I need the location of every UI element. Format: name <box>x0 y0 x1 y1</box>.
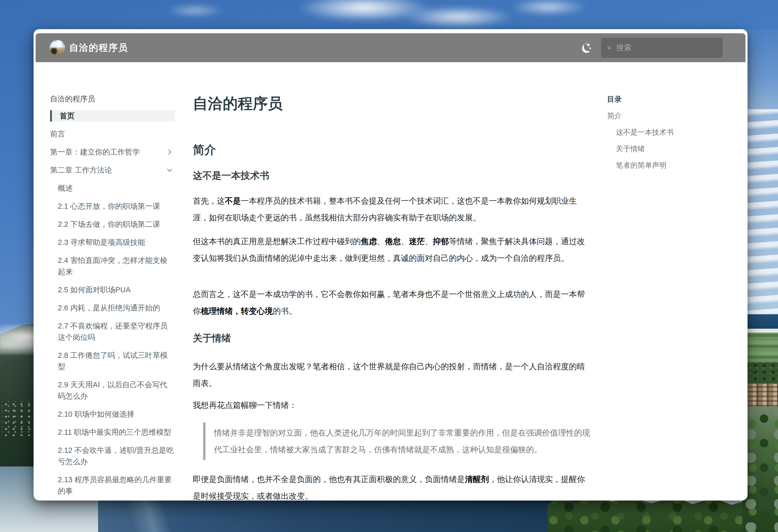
bold-text-run: 梳理情绪，转变心境 <box>201 306 273 316</box>
sidebar-item-2-13[interactable]: 2.13 程序员容易最忽略的几件重要的事 <box>58 474 174 497</box>
sidebar-item-label: 2.1 心态开放，你的职场第一课 <box>58 202 160 210</box>
subsection-heading-not-a-tech-book: 这不是一本技术书 <box>193 170 269 182</box>
paragraph: 首先，这不是一本程序员的技术书籍，整本书不会提及任何一个技术词汇，这也不是一本教… <box>193 192 586 226</box>
browser-window: 自洽的程序员 自洽的程序员 首页 前 <box>33 29 748 501</box>
table-of-contents: 目录 简介 这不是一本技术书 关于情绪 笔者的简单声明 <box>607 94 721 176</box>
sidebar-item-label: 2.9 天天用AI，以后自己不会写代码怎么办 <box>58 380 167 400</box>
sidebar-item-2-2[interactable]: 2.2 下场去做，你的职场第二课 <box>58 218 174 230</box>
bold-text-run: 焦虑 <box>361 237 377 246</box>
toc-item-about-emotion[interactable]: 关于情绪 <box>616 144 721 154</box>
chevron-down-icon <box>166 167 173 173</box>
blockquote: 情绪并非是理智的对立面，他在人类进化几万年的时间里起到了非常重要的作用，但是在强… <box>203 422 596 460</box>
search-input[interactable] <box>616 43 716 53</box>
bold-text-run: 倦怠 <box>385 237 401 246</box>
paragraph: 即便是负面情绪，也并不全是负面的，他也有其正面积极的意义，负面情绪是清醒剂，他让… <box>193 471 586 501</box>
sidebar-item-2-12[interactable]: 2.12 不会吹牛逼，述职/晋升总是吃亏怎么办 <box>58 445 174 467</box>
page-title: 自洽的程序员 <box>193 94 283 112</box>
sidebar-section-title: 自洽的程序员 <box>50 93 175 104</box>
search-box[interactable] <box>601 38 723 58</box>
text-run: 、 <box>401 237 409 246</box>
sidebar-item-label: 2.4 害怕直面冲突，怎样才能支棱起来 <box>58 256 167 276</box>
wallpaper-sky <box>743 29 778 109</box>
desktop-wallpaper: 自洽的程序员 自洽的程序员 首页 前 <box>0 0 778 532</box>
sidebar-item-2-6[interactable]: 2.6 内耗，是从拒绝沟通开始的 <box>58 302 174 314</box>
toc-title: 目录 <box>607 94 721 104</box>
sidebar-item-2-7[interactable]: 2.7 不喜欢编程，还要坚守程序员这个岗位吗 <box>58 320 174 343</box>
sidebar-item-chapter2[interactable]: 第二章 工作方法论 <box>50 164 175 176</box>
wallpaper-cloud-streaks <box>743 109 778 314</box>
sidebar-item-label: 2.6 内耗，是从拒绝沟通开始的 <box>58 304 160 312</box>
wallpaper-cloud <box>403 6 514 28</box>
wallpaper-distant-lake <box>743 314 778 329</box>
article-content: 自洽的程序员 简介 这不是一本技术书 首先，这不是一本程序员的技术书籍，整本书不… <box>193 29 586 501</box>
text-run: 首先，这 <box>193 196 225 205</box>
text-run: 的书。 <box>273 306 297 316</box>
sidebar-item-home[interactable]: 首页 <box>50 110 175 121</box>
paragraph: 为什么要从情绪这个角度出发呢？笔者相信，这个世界就是你自己内心的投射，而情绪，是… <box>193 358 586 392</box>
section-heading-intro: 简介 <box>193 143 216 157</box>
site-avatar[interactable] <box>50 40 65 56</box>
toc-item-not-a-tech-book[interactable]: 这不是一本技术书 <box>616 127 721 138</box>
sidebar-item-2-1[interactable]: 2.1 心态开放，你的职场第一课 <box>58 200 174 212</box>
wallpaper-scrub <box>743 362 778 384</box>
bold-text-run: 迷茫 <box>409 237 425 246</box>
sidebar: 自洽的程序员 首页 前言 第一章：建立你的工作哲学 第二章 工作方法论 概述 <box>50 93 175 501</box>
bold-text-run: 清醒剂 <box>465 475 489 484</box>
wallpaper-cloud <box>165 4 225 17</box>
wallpaper-forest-right <box>743 406 778 532</box>
text-run: 一本程序员的技术书籍，整本书不会提及任何一个技术词汇，这也不是一本教你如何规划职… <box>193 196 577 222</box>
sidebar-item-label: 2.8 工作倦怠了吗，试试三叶草模型 <box>58 351 167 371</box>
sidebar-item-label: 2.13 程序员容易最忽略的几件重要的事 <box>58 475 172 495</box>
site-title: 自洽的程序员 <box>69 33 128 62</box>
text-run: 但这本书的真正用意是想解决工作过程中碰到的 <box>193 237 361 246</box>
toc-item-intro[interactable]: 简介 <box>607 110 721 121</box>
sidebar-item-label: 第二章 工作方法论 <box>50 164 112 176</box>
sidebar-item-2-11[interactable]: 2.11 职场中最实用的三个思维模型 <box>58 427 174 438</box>
wallpaper-shoreline <box>743 329 778 333</box>
search-icon <box>607 43 611 53</box>
bold-text-run: 抑郁 <box>433 237 449 246</box>
sidebar-item-chapter1[interactable]: 第一章：建立你的工作哲学 <box>50 146 175 158</box>
sidebar-item-label: 2.11 职场中最实用的三个思维模型 <box>58 428 171 436</box>
bold-text-run: 不是 <box>225 196 241 205</box>
text-run: 、 <box>377 237 385 246</box>
text-run: 、 <box>425 237 433 246</box>
text-run: 即便是负面情绪，也并不全是负面的，他也有其正面积极的意义，负面情绪是 <box>193 475 465 484</box>
wallpaper-cloud <box>510 0 587 16</box>
sidebar-item-2-9[interactable]: 2.9 天天用AI，以后自己不会写代码怎么办 <box>58 379 174 402</box>
sidebar-item-2-10[interactable]: 2.10 职场中如何做选择 <box>58 409 174 420</box>
sidebar-item-label: 前言 <box>50 130 65 138</box>
paragraph: 总而言之，这不是一本成功学的书，它不会教你如何赢，笔者本身也不是一个世俗意义上成… <box>193 286 586 320</box>
subsection-heading-about-emotion: 关于情绪 <box>193 332 231 344</box>
sidebar-item-label: 第一章：建立你的工作哲学 <box>50 146 140 158</box>
sidebar-item-label: 2.12 不会吹牛逼，述职/晋升总是吃亏怎么办 <box>58 446 174 466</box>
wallpaper-town <box>743 384 778 406</box>
sidebar-item-2-3[interactable]: 2.3 寻求帮助是项高级技能 <box>58 237 174 248</box>
sidebar-item-label: 2.5 如何面对职场PUA <box>58 286 131 294</box>
sidebar-item-overview[interactable]: 概述 <box>58 182 174 194</box>
sidebar-item-label: 2.2 下场去做，你的职场第二课 <box>58 220 160 228</box>
sidebar-item-preface[interactable]: 前言 <box>50 128 175 140</box>
sidebar-item-label: 首页 <box>60 112 75 120</box>
sidebar-item-2-8[interactable]: 2.8 工作倦怠了吗，试试三叶草模型 <box>58 350 174 372</box>
sidebar-item-label: 2.3 寻求帮助是项高级技能 <box>58 238 145 246</box>
sidebar-item-label: 2.7 不喜欢编程，还要坚守程序员这个岗位吗 <box>58 322 167 341</box>
chevron-right-icon <box>166 149 173 155</box>
wallpaper-right-strip <box>743 29 778 532</box>
wallpaper-fields <box>743 333 778 362</box>
paragraph: 但这本书的真正用意是想解决工作过程中碰到的焦虑、倦怠、迷茫、抑郁等情绪，聚焦于解… <box>193 233 586 267</box>
paragraph: 我想再花点篇幅聊一下情绪： <box>193 397 586 414</box>
toc-item-author-statement[interactable]: 笔者的简单声明 <box>616 160 721 171</box>
sidebar-item-2-4[interactable]: 2.4 害怕直面冲突，怎样才能支棱起来 <box>58 255 174 277</box>
sidebar-item-2-5[interactable]: 2.5 如何面对职场PUA <box>58 284 174 295</box>
wallpaper-lake-bottom <box>98 498 591 532</box>
sidebar-item-label: 概述 <box>58 184 73 192</box>
sidebar-item-label: 2.10 职场中如何做选择 <box>58 410 135 418</box>
